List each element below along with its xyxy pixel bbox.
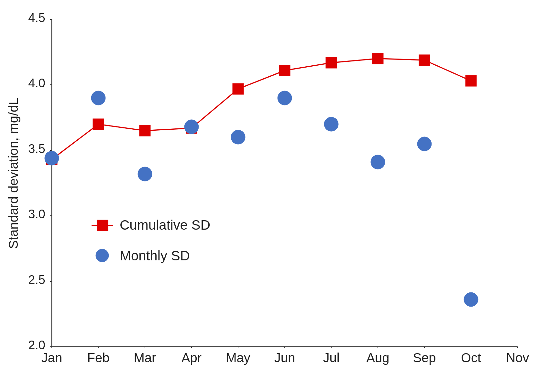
y-label-3.5: 3.5 [28,142,45,156]
monthly-sd-point-jun [278,91,292,105]
x-label-feb: Feb [87,351,110,365]
y-label-3.0: 3.0 [28,207,45,221]
monthly-sd-point-may [231,130,245,144]
monthly-sd-point-sep [417,137,432,151]
x-label-apr: Apr [181,351,202,365]
cumulative-sd-point-jun [279,65,290,76]
legend-monthly-sd-label: Monthly SD [120,248,190,263]
monthly-sd-point-mar [138,167,152,181]
monthly-sd-point-apr [184,120,199,134]
legend-monthly-sd-icon [96,249,109,262]
cumulative-sd-point-sep [419,55,430,66]
cumulative-sd-point-mar [139,125,150,136]
x-label-mar: Mar [134,351,156,365]
x-label-jan: Jan [41,351,62,365]
cumulative-sd-point-jul [326,57,337,68]
x-label-sep: Sep [413,351,436,365]
y-axis-label: Standard deviation, mg/dL [6,98,20,249]
chart-background [0,0,537,392]
y-label-2.5: 2.5 [28,273,45,287]
x-label-aug: Aug [366,351,389,365]
cumulative-sd-point-may [233,83,244,94]
chart-container: 4.5 4.0 3.5 3.0 2.5 2.0 Standard deviati… [0,0,537,392]
x-label-may: May [226,351,250,365]
monthly-sd-point-aug [371,155,385,169]
monthly-sd-point-oct [464,292,478,307]
y-label-4.5: 4.5 [28,11,45,25]
x-label-oct: Oct [461,351,481,365]
y-label-4.0: 4.0 [28,76,45,90]
legend-cumulative-sd-label: Cumulative SD [120,217,210,233]
cumulative-sd-point-feb [93,119,104,130]
x-label-nov: Nov [506,351,529,365]
monthly-sd-point-jan [45,151,59,165]
y-label-2.0: 2.0 [28,338,45,352]
cumulative-sd-point-aug [372,53,383,64]
cumulative-sd-point-oct [466,75,477,86]
monthly-sd-point-feb [91,91,105,105]
x-label-jun: Jun [274,351,295,365]
x-label-jul: Jul [323,351,339,365]
monthly-sd-point-jul [324,117,338,131]
